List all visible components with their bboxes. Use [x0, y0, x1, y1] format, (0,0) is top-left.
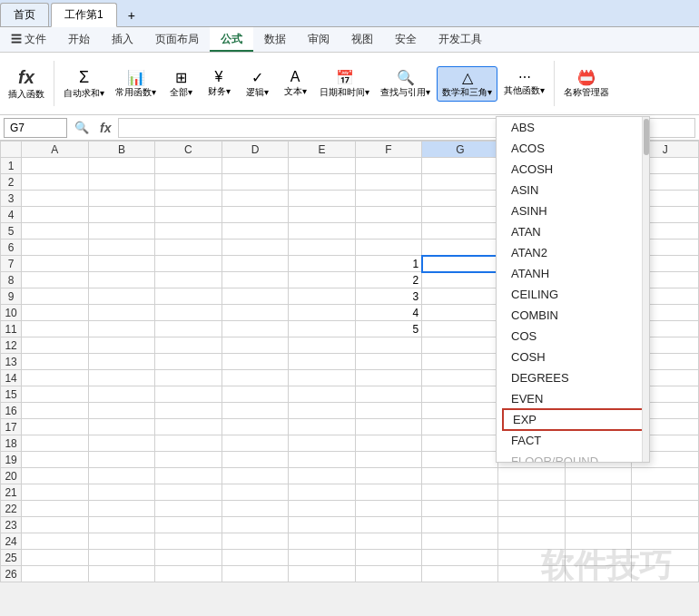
func-atan2[interactable]: ATAN2 — [497, 242, 649, 263]
cell-D12[interactable] — [222, 337, 289, 354]
cell-E4[interactable] — [289, 207, 356, 223]
cell-D3[interactable] — [222, 191, 289, 207]
btn-other-func[interactable]: ⋯ 其他函数▾ — [499, 68, 549, 99]
fx-formula-icon[interactable]: fx — [96, 119, 114, 137]
cell-E16[interactable] — [289, 403, 356, 419]
cell-B25[interactable] — [88, 550, 155, 566]
cell-F15[interactable] — [355, 386, 422, 403]
func-asinh[interactable]: ASINH — [497, 200, 649, 221]
cell-A1[interactable] — [22, 158, 89, 174]
cell-E13[interactable] — [289, 354, 356, 370]
cell-C17[interactable] — [155, 419, 222, 435]
cell-B10[interactable] — [88, 305, 155, 321]
cell-B17[interactable] — [88, 419, 155, 435]
cell-D21[interactable] — [222, 484, 289, 501]
cell-A11[interactable] — [22, 321, 89, 337]
cell-E8[interactable] — [289, 272, 356, 288]
cell-B14[interactable] — [88, 370, 155, 386]
ribbon-tab-data[interactable]: 数据 — [253, 27, 297, 52]
cell-E5[interactable] — [289, 223, 356, 240]
cell-C7[interactable] — [155, 256, 222, 272]
cell-F25[interactable] — [355, 550, 422, 566]
cell-A14[interactable] — [22, 370, 89, 386]
cell-D14[interactable] — [222, 370, 289, 386]
cell-J25[interactable] — [632, 550, 699, 566]
cell-E6[interactable] — [289, 240, 356, 256]
col-header-a[interactable]: A — [22, 142, 89, 158]
cell-F14[interactable] — [355, 370, 422, 386]
cell-D9[interactable] — [222, 288, 289, 305]
cell-F8[interactable]: 2 — [355, 272, 422, 288]
cell-B9[interactable] — [88, 288, 155, 305]
col-header-d[interactable]: D — [222, 142, 289, 158]
tab-add[interactable]: + — [119, 5, 144, 26]
cell-I22[interactable] — [565, 501, 632, 517]
cell-D18[interactable] — [222, 435, 289, 452]
cell-G16[interactable] — [422, 403, 498, 419]
btn-datetime[interactable]: 📅 日期和时间▾ — [315, 67, 374, 101]
cell-G15[interactable] — [422, 386, 498, 403]
cell-D13[interactable] — [222, 354, 289, 370]
cell-J20[interactable] — [632, 468, 699, 484]
func-acos[interactable]: ACOS — [497, 138, 649, 159]
cell-E24[interactable] — [289, 533, 356, 550]
cell-D11[interactable] — [222, 321, 289, 337]
cell-G14[interactable] — [422, 370, 498, 386]
cell-A6[interactable] — [22, 240, 89, 256]
cell-A18[interactable] — [22, 435, 89, 452]
cell-B2[interactable] — [88, 174, 155, 191]
cell-F22[interactable] — [355, 501, 422, 517]
cell-B12[interactable] — [88, 337, 155, 354]
ribbon-tab-formula[interactable]: 公式 — [210, 27, 253, 52]
ribbon-tab-file[interactable]: ☰ 文件 — [0, 27, 57, 52]
cell-F2[interactable] — [355, 174, 422, 191]
cell-A16[interactable] — [22, 403, 89, 419]
cell-D15[interactable] — [222, 386, 289, 403]
cell-A8[interactable] — [22, 272, 89, 288]
cell-F16[interactable] — [355, 403, 422, 419]
cell-E15[interactable] — [289, 386, 356, 403]
cell-G5[interactable] — [422, 223, 498, 240]
cell-B20[interactable] — [88, 468, 155, 484]
ribbon-tab-layout[interactable]: 页面布局 — [144, 27, 210, 52]
cell-J24[interactable] — [632, 533, 699, 550]
cell-E26[interactable] — [289, 566, 356, 582]
func-abs[interactable]: ABS — [497, 117, 649, 138]
btn-common-func[interactable]: 📊 常用函数▾ — [111, 67, 161, 101]
cell-I21[interactable] — [565, 484, 632, 501]
cell-C1[interactable] — [155, 158, 222, 174]
cell-E17[interactable] — [289, 419, 356, 435]
cell-G24[interactable] — [422, 533, 498, 550]
func-combin[interactable]: COMBIN — [497, 305, 649, 326]
cell-G19[interactable] — [422, 452, 498, 468]
cell-C3[interactable] — [155, 191, 222, 207]
cell-C15[interactable] — [155, 386, 222, 403]
cell-B5[interactable] — [88, 223, 155, 240]
cell-E23[interactable] — [289, 517, 356, 533]
cell-B21[interactable] — [88, 484, 155, 501]
cell-D23[interactable] — [222, 517, 289, 533]
cell-E21[interactable] — [289, 484, 356, 501]
cell-D4[interactable] — [222, 207, 289, 223]
cell-B24[interactable] — [88, 533, 155, 550]
cell-D19[interactable] — [222, 452, 289, 468]
cell-G21[interactable] — [422, 484, 498, 501]
cell-J22[interactable] — [632, 501, 699, 517]
cell-F10[interactable]: 4 — [355, 305, 422, 321]
cell-E18[interactable] — [289, 435, 356, 452]
cell-E1[interactable] — [289, 158, 356, 174]
cell-A9[interactable] — [22, 288, 89, 305]
cell-C25[interactable] — [155, 550, 222, 566]
cell-G6[interactable] — [422, 240, 498, 256]
cell-C9[interactable] — [155, 288, 222, 305]
cell-B3[interactable] — [88, 191, 155, 207]
ribbon-tab-insert[interactable]: 插入 — [101, 27, 144, 52]
btn-insert-function[interactable]: fx 插入函数 — [4, 65, 49, 103]
func-cos[interactable]: COS — [497, 326, 649, 347]
cell-E9[interactable] — [289, 288, 356, 305]
cell-F21[interactable] — [355, 484, 422, 501]
cell-G12[interactable] — [422, 337, 498, 354]
func-degrees[interactable]: DEGREES — [497, 367, 649, 388]
btn-finance[interactable]: ¥ 财务▾ — [201, 67, 237, 100]
col-header-g[interactable]: G — [422, 142, 498, 158]
